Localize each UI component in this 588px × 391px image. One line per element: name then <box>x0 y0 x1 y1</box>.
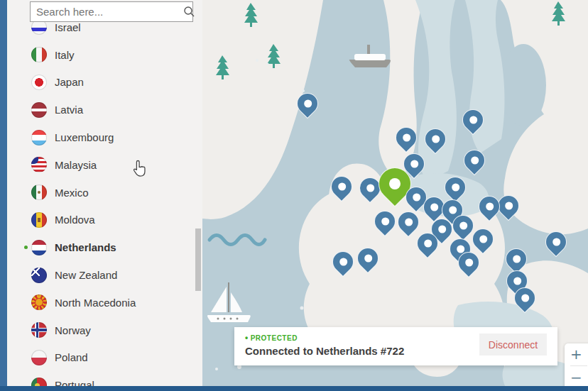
country-label: Luxembourg <box>55 131 114 143</box>
status-dot-icon: • <box>245 333 249 343</box>
server-pin[interactable] <box>391 123 421 153</box>
server-pin[interactable] <box>370 206 400 236</box>
server-pin[interactable] <box>459 145 489 175</box>
country-label: Moldova <box>55 214 95 226</box>
country-item-malaysia[interactable]: Malaysia <box>7 151 202 179</box>
zoom-in-button[interactable]: + <box>565 343 588 365</box>
country-item-japan[interactable]: Japan <box>7 69 202 97</box>
country-list: IsraelItalyJapanLatviaLuxembourgMalaysia… <box>7 22 202 386</box>
server-pin[interactable] <box>353 243 383 273</box>
search-box[interactable] <box>30 1 193 22</box>
server-pin[interactable] <box>474 192 504 221</box>
country-item-north-macedonia[interactable]: North Macedonia <box>7 289 202 316</box>
country-item-moldova[interactable]: Moldova <box>7 206 202 234</box>
new-zealand-flag-icon <box>31 268 47 283</box>
server-pin[interactable] <box>420 124 450 154</box>
search-icon[interactable] <box>183 2 195 21</box>
poland-flag-icon <box>31 350 47 365</box>
country-item-portugal[interactable]: Portugal <box>7 371 202 386</box>
connection-status-card: •PROTECTED Connected to Netherlands #722… <box>234 327 557 365</box>
country-label: Latvia <box>55 104 83 116</box>
country-item-israel[interactable]: Israel <box>7 22 202 41</box>
zoom-divider <box>570 365 587 366</box>
map-zoom-controls: + − <box>565 343 588 391</box>
protected-badge: •PROTECTED <box>245 333 404 343</box>
israel-flag-icon <box>31 22 47 35</box>
latvia-flag-icon <box>31 102 47 118</box>
server-pin[interactable] <box>440 172 470 202</box>
north-macedonia-flag-icon <box>31 294 47 310</box>
country-label: Poland <box>55 351 88 363</box>
country-item-latvia[interactable]: Latvia <box>7 96 202 123</box>
country-label: Israel <box>55 22 81 33</box>
country-label: Netherlands <box>55 241 116 253</box>
country-label: North Macedonia <box>55 297 136 309</box>
server-pin[interactable] <box>327 172 356 202</box>
country-item-luxembourg[interactable]: Luxembourg <box>7 123 202 151</box>
connection-status-text: •PROTECTED Connected to Netherlands #722 <box>245 333 404 357</box>
netherlands-flag-icon <box>31 240 47 255</box>
zoom-out-button[interactable]: − <box>565 367 588 388</box>
country-sidebar: IsraelItalyJapanLatviaLuxembourgMalaysia… <box>7 0 202 391</box>
moldova-flag-icon <box>31 212 47 228</box>
server-pin[interactable] <box>293 89 322 119</box>
country-label: New Zealand <box>55 269 117 281</box>
country-item-norway[interactable]: Norway <box>7 316 202 344</box>
connected-message: Connected to Netherlands #722 <box>245 345 404 357</box>
country-item-mexico[interactable]: Mexico <box>7 179 202 206</box>
portugal-flag-icon <box>31 378 47 386</box>
country-item-italy[interactable]: Italy <box>7 41 202 69</box>
server-pin[interactable] <box>393 207 423 237</box>
luxembourg-flag-icon <box>31 130 47 145</box>
connected-dot-icon <box>24 246 28 249</box>
server-pin[interactable] <box>458 105 488 135</box>
window-edge-bottom <box>0 386 588 391</box>
country-label: Mexico <box>55 187 89 199</box>
country-item-new-zealand[interactable]: New Zealand <box>7 261 202 289</box>
window-edge-left <box>0 0 7 391</box>
country-item-netherlands[interactable]: Netherlands <box>7 233 202 261</box>
country-label: Norway <box>55 324 91 336</box>
search-input[interactable] <box>31 6 183 18</box>
country-label: Japan <box>55 76 84 88</box>
sidebar-scrollbar[interactable] <box>195 228 201 291</box>
malaysia-flag-icon <box>31 157 47 172</box>
nordvpn-window: •PROTECTED Connected to Netherlands #722… <box>0 0 588 391</box>
italy-flag-icon <box>31 47 47 62</box>
disconnect-button[interactable]: Disconnect <box>479 334 547 356</box>
country-label: Portugal <box>55 379 94 386</box>
country-label: Malaysia <box>55 159 97 171</box>
japan-flag-icon <box>31 75 47 90</box>
server-pin[interactable] <box>328 247 358 277</box>
country-item-poland[interactable]: Poland <box>7 344 202 372</box>
country-label: Italy <box>55 49 75 61</box>
norway-flag-icon <box>31 322 47 338</box>
server-pin[interactable] <box>541 227 571 257</box>
mexico-flag-icon <box>31 185 47 200</box>
